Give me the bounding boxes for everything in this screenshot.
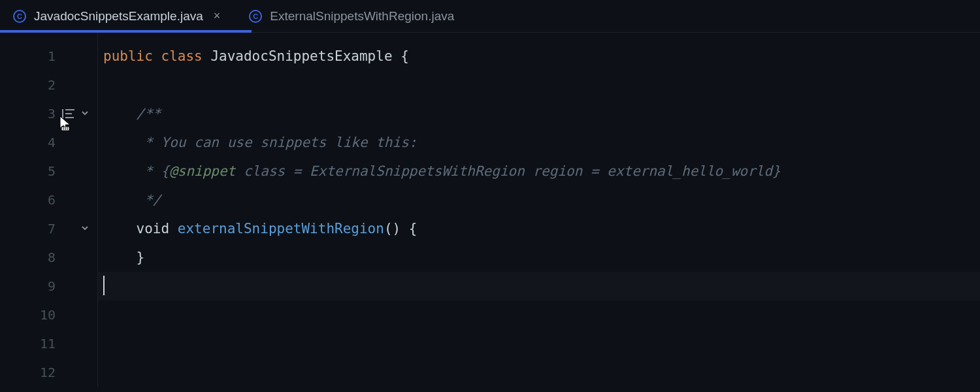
token: @snippet [169, 163, 235, 179]
code-line[interactable]: * You can use snippets like this: [103, 128, 781, 157]
code-line[interactable] [103, 358, 781, 387]
token: * You can use snippets like this: [144, 135, 417, 150]
gutter-row: 12 [0, 358, 97, 387]
line-number: 8 [41, 243, 56, 272]
line-number: 6 [41, 186, 56, 214]
text-caret [103, 276, 105, 295]
gutter-row: 2 [0, 71, 97, 99]
token [169, 221, 178, 237]
token: externalSnippetWithRegion [178, 221, 384, 237]
token [103, 106, 137, 122]
token [103, 163, 144, 179]
tab-0[interactable]: CJavadocSnippetsExample.java× [0, 0, 236, 32]
gutter-row: 4 [0, 128, 97, 157]
code-line[interactable]: */ [103, 186, 781, 214]
token [103, 250, 137, 265]
token: void [137, 221, 170, 237]
gutter-row: 9 [0, 272, 97, 301]
code-line[interactable] [103, 329, 781, 358]
tab-bar: CJavadocSnippetsExample.java×CExternalSn… [0, 0, 980, 33]
editor: 123456789101112 public class JavadocSnip… [0, 33, 980, 387]
chevron-down-icon[interactable] [80, 214, 90, 243]
line-number: 4 [41, 128, 56, 157]
token: JavadocSnippetsExample [210, 48, 392, 64]
tab-1[interactable]: CExternalSnippetsWithRegion.java [236, 0, 467, 32]
line-number: 12 [40, 358, 56, 387]
token: class [161, 48, 203, 64]
code-line[interactable] [103, 301, 781, 329]
token: * { [144, 163, 169, 179]
token: { [400, 48, 409, 64]
token [103, 221, 137, 237]
line-number: 3 [41, 99, 56, 128]
token: /** [137, 106, 161, 122]
code-line[interactable]: void externalSnippetWithRegion() { [103, 214, 781, 243]
tab-label: JavadocSnippetsExample.java [34, 9, 203, 24]
close-icon[interactable]: × [211, 9, 223, 23]
code-line[interactable] [103, 71, 781, 99]
token: class = ExternalSnippetsWithRegion regio… [235, 163, 780, 179]
tab-label: ExternalSnippetsWithRegion.java [270, 9, 454, 24]
code-line[interactable]: /** [103, 99, 781, 128]
gutter-row: 5 [0, 157, 97, 186]
token: () [384, 221, 400, 237]
code-line[interactable]: } [103, 243, 781, 272]
line-number: 5 [41, 157, 56, 186]
gutter-row: 1 [0, 42, 97, 71]
code-line[interactable]: public class JavadocSnippetsExample { [103, 42, 781, 71]
token: { [409, 221, 417, 237]
gutter-row: 7 [0, 214, 97, 243]
token [393, 48, 401, 64]
gutter-row: 3 [0, 99, 97, 128]
code-area[interactable]: public class JavadocSnippetsExample { /*… [98, 33, 781, 387]
token: */ [144, 192, 161, 208]
code-line[interactable] [103, 272, 781, 301]
gutter-row: 11 [0, 329, 97, 358]
line-number: 2 [41, 71, 56, 99]
token: public [103, 48, 153, 64]
gutter-row: 6 [0, 186, 97, 214]
line-number: 10 [40, 301, 56, 329]
token [103, 135, 144, 150]
token [400, 221, 409, 237]
gutter: 123456789101112 [0, 33, 98, 387]
token [103, 192, 144, 208]
gutter-row: 8 [0, 243, 97, 272]
gutter-row: 10 [0, 301, 97, 329]
line-number: 1 [41, 42, 56, 71]
line-number: 7 [41, 214, 56, 243]
java-class-icon: C [249, 10, 262, 23]
line-number: 11 [40, 329, 56, 358]
token [203, 48, 211, 64]
render-doc-icon[interactable] [62, 109, 74, 118]
line-number: 9 [41, 272, 56, 301]
code-line[interactable]: * {@snippet class = ExternalSnippetsWith… [103, 157, 781, 186]
token [153, 48, 161, 64]
current-line-highlight [98, 272, 980, 301]
chevron-down-icon[interactable] [80, 99, 90, 128]
token: } [137, 250, 145, 265]
java-class-icon: C [13, 10, 26, 23]
